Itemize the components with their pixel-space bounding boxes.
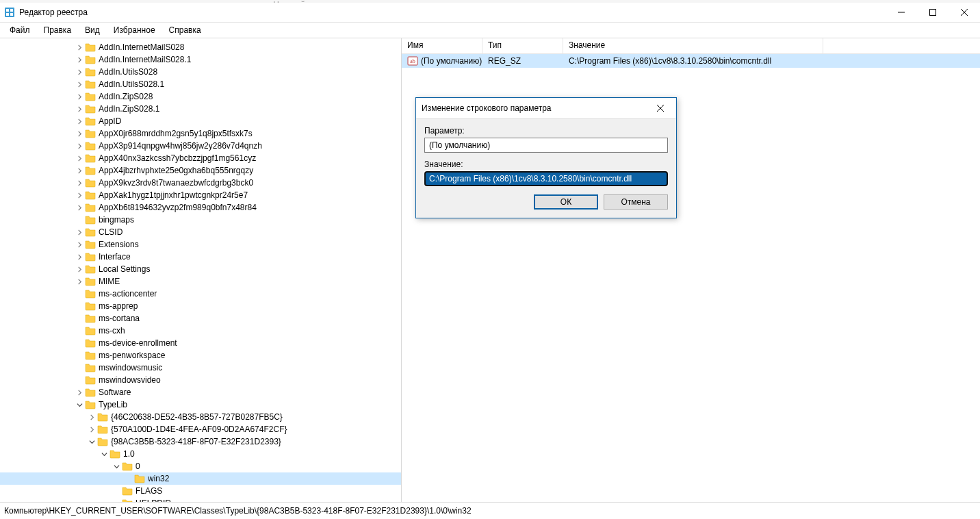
svg-rect-6 xyxy=(930,10,936,16)
tree-node-label: AppX0jr688mrddhm2gsn5y1q8jpx5tfsxk7s xyxy=(99,129,258,138)
tree-node-label: Extensions xyxy=(99,240,144,249)
chevron-right-icon[interactable] xyxy=(74,229,85,236)
tree-node[interactable]: bingmaps xyxy=(0,214,401,226)
tree-node[interactable]: AddIn.ZipS028.1 xyxy=(0,103,401,115)
chevron-down-icon[interactable] xyxy=(111,464,122,470)
tree-node[interactable]: ms-cxh xyxy=(0,325,401,337)
menu-вид[interactable]: Вид xyxy=(78,24,107,36)
chevron-right-icon[interactable] xyxy=(74,118,85,125)
tree-node[interactable]: AppX0jr688mrddhm2gsn5y1q8jpx5tfsxk7s xyxy=(0,127,401,140)
tree-node[interactable]: AddIn.InternetMailS028 xyxy=(0,41,401,53)
tree-node[interactable]: Software xyxy=(0,386,401,398)
chevron-right-icon[interactable] xyxy=(74,168,85,174)
tree-node-label: AddIn.InternetMailS028.1 xyxy=(99,55,196,64)
tree-node[interactable]: MIME xyxy=(0,275,401,288)
tree-node-label: AddIn.UtilsS028.1 xyxy=(99,79,170,89)
chevron-right-icon[interactable] xyxy=(74,131,85,137)
chevron-right-icon[interactable] xyxy=(74,180,85,186)
column-header[interactable]: Значение xyxy=(563,38,823,53)
value-input[interactable] xyxy=(424,171,668,186)
tree-node-label: ms-apprep xyxy=(99,301,143,311)
chevron-right-icon[interactable] xyxy=(74,81,85,88)
tree-node-label: TypeLib xyxy=(99,400,133,409)
tree-node[interactable]: HELPDIR xyxy=(0,497,401,502)
chevron-right-icon[interactable] xyxy=(74,45,85,51)
menu-справка[interactable]: Справка xyxy=(162,24,208,36)
menu-избранное[interactable]: Избранное xyxy=(107,24,162,36)
param-name-field: (По умолчанию) xyxy=(424,138,668,153)
menu-файл[interactable]: Файл xyxy=(3,24,37,36)
cancel-button[interactable]: Отмена xyxy=(604,194,668,210)
chevron-right-icon[interactable] xyxy=(74,266,85,273)
chevron-right-icon[interactable] xyxy=(74,279,85,285)
chevron-right-icon[interactable] xyxy=(74,57,85,63)
folder-icon xyxy=(97,436,108,447)
chevron-right-icon[interactable] xyxy=(74,205,85,211)
tree-node[interactable]: AddIn.UtilsS028.1 xyxy=(0,78,401,90)
tree-node-label: Software xyxy=(99,388,136,397)
chevron-right-icon[interactable] xyxy=(74,143,85,149)
tree-node[interactable]: ms-actioncenter xyxy=(0,288,401,300)
tree-node[interactable]: AddIn.ZipS028 xyxy=(0,90,401,103)
tree-node[interactable]: mswindowsvideo xyxy=(0,374,401,386)
svg-rect-4 xyxy=(10,13,13,16)
tree-node[interactable]: AddIn.InternetMailS028.1 xyxy=(0,53,401,66)
chevron-right-icon[interactable] xyxy=(74,192,85,199)
ok-button[interactable]: ОК xyxy=(534,194,598,210)
chevron-right-icon[interactable] xyxy=(86,427,97,433)
registry-tree[interactable]: AddIn.InternetMailS028AddIn.InternetMail… xyxy=(0,38,401,502)
list-header[interactable]: ИмяТипЗначение xyxy=(402,38,980,54)
tree-node[interactable]: FLAGS xyxy=(0,485,401,497)
tree-node[interactable]: 1.0 xyxy=(0,448,401,460)
tree-node[interactable]: Extensions xyxy=(0,238,401,251)
tree-node[interactable]: {570A100D-1D4E-4FEA-AF09-0D2AA674F2CF} xyxy=(0,423,401,435)
chevron-right-icon[interactable] xyxy=(74,242,85,248)
tree-node[interactable]: AppXb6t8194632yvzp2fm989q0bfn7x48r84 xyxy=(0,201,401,214)
list-row[interactable]: ab(По умолчанию)REG_SZC:\Program Files (… xyxy=(402,54,980,68)
tree-node[interactable]: Local Settings xyxy=(0,263,401,275)
tree-node[interactable]: AppX40nx3azkcssh7ybcbzzjpgf1mg561cyz xyxy=(0,152,401,164)
value-data-cell: C:\Program Files (x86)\1cv8\8.3.10.2580\… xyxy=(563,55,823,67)
tree-node[interactable]: CLSID xyxy=(0,226,401,238)
tree-node[interactable]: ms-device-enrollment xyxy=(0,337,401,349)
tree-node[interactable]: ms-cortana xyxy=(0,312,401,325)
tree-node[interactable]: ms-apprep xyxy=(0,300,401,312)
tree-node[interactable]: Interface xyxy=(0,251,401,263)
tree-node[interactable]: mswindowsmusic xyxy=(0,362,401,374)
tree-node[interactable]: AppID xyxy=(0,115,401,127)
tree-node[interactable]: TypeLib xyxy=(0,398,401,411)
svg-rect-1 xyxy=(6,9,9,12)
maximize-button[interactable] xyxy=(917,3,949,22)
column-header[interactable]: Имя xyxy=(402,38,482,53)
tree-node[interactable]: ms-penworkspace xyxy=(0,349,401,362)
menu-правка[interactable]: Правка xyxy=(37,24,79,36)
chevron-right-icon[interactable] xyxy=(74,69,85,75)
string-value-icon: ab xyxy=(407,55,418,66)
tree-node[interactable]: 0 xyxy=(0,460,401,472)
chevron-right-icon[interactable] xyxy=(86,414,97,420)
tree-node[interactable]: {46C20638-DE52-4B35-8B57-727B0287FB5C} xyxy=(0,411,401,423)
chevron-right-icon[interactable] xyxy=(74,390,85,396)
tree-node[interactable]: AppX3p914qnpgw4hwj856jw2y286v7d4qnzh xyxy=(0,140,401,152)
dialog-close-button[interactable] xyxy=(650,98,671,118)
tree-node[interactable]: AppX9kvz3rdv8t7twanaezbwfcdgrbg3bck0 xyxy=(0,177,401,189)
tree-node[interactable]: AddIn.UtilsS028 xyxy=(0,66,401,78)
column-header[interactable]: Тип xyxy=(482,38,563,53)
chevron-down-icon[interactable] xyxy=(86,439,97,445)
tree-node[interactable]: AppXak1hygz1tpjjnxhr1pwtcgnkpr24r5e7 xyxy=(0,189,401,201)
chevron-right-icon[interactable] xyxy=(74,94,85,100)
svg-rect-2 xyxy=(10,9,13,12)
tree-node[interactable]: AppX4jbzrhvphxte25e0gxha6bq555nrgqzy xyxy=(0,164,401,177)
chevron-down-icon[interactable] xyxy=(74,402,85,408)
close-button[interactable] xyxy=(949,3,980,22)
minimize-button[interactable] xyxy=(886,3,917,22)
folder-icon xyxy=(97,424,108,435)
chevron-right-icon[interactable] xyxy=(74,155,85,162)
chevron-right-icon[interactable] xyxy=(74,254,85,260)
tree-node-label: HELPDIR xyxy=(136,498,177,502)
chevron-right-icon[interactable] xyxy=(74,106,85,112)
chevron-down-icon[interactable] xyxy=(99,451,109,457)
tree-node[interactable]: win32 xyxy=(0,472,401,485)
tree-node[interactable]: {98AC3B5B-5323-418F-8F07-E32F231D2393} xyxy=(0,435,401,448)
titlebar: Редактор реестра xyxy=(0,3,980,23)
